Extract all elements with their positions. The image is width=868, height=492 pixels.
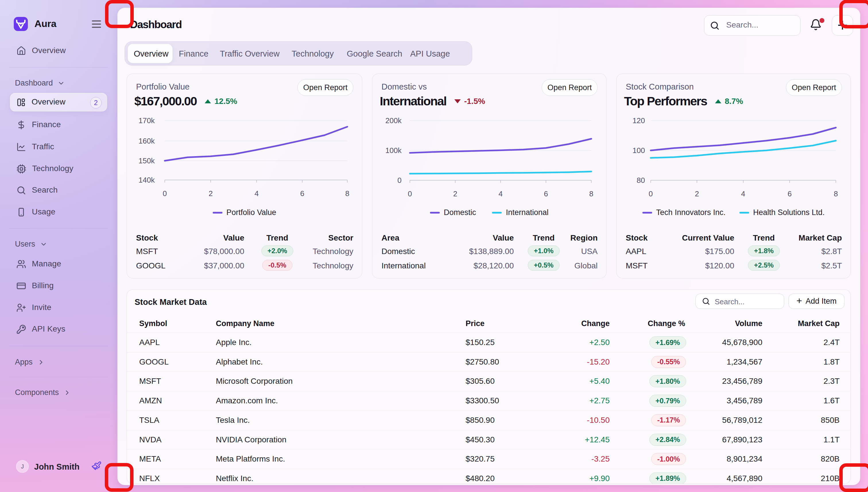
svg-text:0: 0 [163,189,167,198]
svg-text:6: 6 [300,189,304,198]
svg-text:6: 6 [544,190,548,198]
svg-text:4: 4 [255,189,258,198]
svg-text:200k: 200k [386,116,402,125]
svg-text:160k: 160k [139,137,155,145]
svg-text:100k: 100k [386,146,402,155]
svg-text:4: 4 [499,190,503,198]
svg-text:80: 80 [637,176,645,184]
svg-text:0: 0 [408,190,412,198]
svg-text:150k: 150k [139,156,155,165]
svg-text:2: 2 [695,190,699,198]
svg-text:140k: 140k [139,176,155,184]
svg-text:100: 100 [633,146,645,155]
svg-text:120: 120 [633,116,645,125]
svg-text:4: 4 [741,190,745,198]
svg-text:170k: 170k [139,116,155,125]
svg-text:0: 0 [398,176,402,184]
svg-text:8: 8 [345,189,349,198]
svg-text:8: 8 [589,190,593,198]
svg-text:0: 0 [649,190,653,198]
svg-text:2: 2 [209,189,213,198]
svg-text:8: 8 [834,190,838,198]
svg-text:6: 6 [788,190,792,198]
svg-text:2: 2 [453,190,457,198]
